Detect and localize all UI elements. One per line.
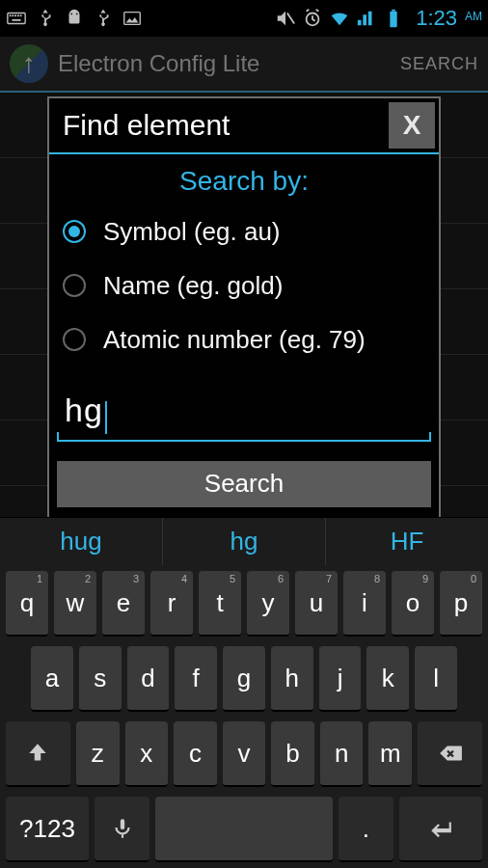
radio-label: Atomic number (eg. 79) bbox=[103, 325, 366, 355]
key-n[interactable]: n bbox=[320, 721, 364, 787]
key-k[interactable]: k bbox=[366, 646, 409, 712]
keyboard-icon bbox=[6, 8, 27, 29]
suggestion-bar: hug hg HF bbox=[0, 517, 488, 565]
key-t[interactable]: t5 bbox=[199, 571, 241, 637]
radio-label: Symbol (eg. au) bbox=[103, 217, 281, 247]
key-e[interactable]: e3 bbox=[102, 571, 145, 637]
signal-icon bbox=[356, 8, 377, 29]
text-cursor bbox=[105, 401, 107, 434]
svg-rect-12 bbox=[391, 12, 397, 28]
key-l[interactable]: l bbox=[415, 646, 457, 712]
radio-option-atomic-number[interactable]: Atomic number (eg. 79) bbox=[49, 312, 439, 366]
radio-icon bbox=[63, 274, 86, 297]
suggestion[interactable]: hg bbox=[163, 518, 326, 565]
key-w[interactable]: w2 bbox=[54, 571, 96, 637]
alarm-icon bbox=[302, 8, 323, 29]
mute-icon bbox=[275, 8, 296, 29]
backspace-key[interactable] bbox=[418, 721, 482, 787]
key-c[interactable]: c bbox=[174, 721, 217, 787]
wifi-icon bbox=[329, 8, 350, 29]
shift-key[interactable] bbox=[6, 721, 70, 787]
svg-point-7 bbox=[70, 14, 72, 15]
key-v[interactable]: v bbox=[223, 721, 266, 787]
mic-key[interactable] bbox=[95, 797, 149, 862]
search-input-value: hg bbox=[61, 392, 103, 428]
status-bar: 1:23 AM bbox=[0, 0, 488, 37]
suggestion[interactable]: hug bbox=[0, 518, 163, 565]
svg-rect-4 bbox=[17, 14, 19, 16]
key-d[interactable]: d bbox=[127, 646, 170, 712]
key-s[interactable]: s bbox=[79, 646, 122, 712]
image-icon bbox=[122, 8, 143, 29]
svg-rect-2 bbox=[12, 14, 14, 16]
radio-icon bbox=[63, 328, 86, 351]
key-j[interactable]: j bbox=[319, 646, 362, 712]
radio-option-name[interactable]: Name (eg. gold) bbox=[49, 258, 439, 312]
key-a[interactable]: a bbox=[31, 646, 73, 712]
svg-rect-0 bbox=[8, 14, 25, 24]
key-u[interactable]: u7 bbox=[295, 571, 338, 637]
search-by-label: Search by: bbox=[49, 154, 439, 204]
svg-line-10 bbox=[287, 14, 294, 24]
battery-icon bbox=[383, 8, 404, 29]
key-q[interactable]: q1 bbox=[6, 571, 48, 637]
key-g[interactable]: g bbox=[223, 646, 265, 712]
usb-icon-2 bbox=[93, 8, 114, 29]
svg-rect-1 bbox=[10, 14, 12, 16]
key-p[interactable]: p0 bbox=[440, 571, 482, 637]
enter-key[interactable] bbox=[399, 797, 482, 862]
key-o[interactable]: o9 bbox=[392, 571, 434, 637]
key-z[interactable]: z bbox=[76, 721, 120, 787]
usb-icon bbox=[35, 8, 56, 29]
key-f[interactable]: f bbox=[175, 646, 217, 712]
dialog-titlebar: Find element X bbox=[49, 98, 439, 154]
dialog-title: Find element bbox=[49, 109, 389, 142]
close-button[interactable]: X bbox=[389, 102, 435, 149]
svg-rect-3 bbox=[14, 14, 16, 16]
search-input[interactable]: hg bbox=[57, 388, 431, 442]
key-i[interactable]: i8 bbox=[343, 571, 386, 637]
search-button[interactable]: Search bbox=[57, 461, 431, 507]
symbols-key[interactable]: ?123 bbox=[6, 797, 89, 862]
key-r[interactable]: r4 bbox=[150, 571, 193, 637]
svg-point-8 bbox=[76, 14, 78, 15]
suggestion[interactable]: HF bbox=[326, 518, 488, 565]
space-key[interactable] bbox=[155, 797, 332, 862]
radio-label: Name (eg. gold) bbox=[103, 271, 283, 301]
status-clock: 1:23 bbox=[416, 6, 457, 31]
key-h[interactable]: h bbox=[271, 646, 313, 712]
key-m[interactable]: m bbox=[368, 721, 412, 787]
status-clock-ampm: AM bbox=[465, 10, 482, 23]
svg-rect-6 bbox=[12, 19, 20, 21]
svg-rect-14 bbox=[120, 819, 123, 829]
android-debug-icon bbox=[64, 8, 85, 29]
period-key[interactable]: . bbox=[339, 797, 393, 862]
close-icon: X bbox=[403, 110, 421, 141]
radio-icon bbox=[63, 220, 86, 243]
soft-keyboard: hug hg HF q1w2e3r4t5y6u7i8o9p0 asdfghjkl… bbox=[0, 517, 488, 868]
find-element-dialog: Find element X Search by: Symbol (eg. au… bbox=[47, 96, 441, 521]
key-x[interactable]: x bbox=[125, 721, 169, 787]
svg-rect-5 bbox=[20, 14, 22, 16]
key-y[interactable]: y6 bbox=[247, 571, 289, 637]
radio-option-symbol[interactable]: Symbol (eg. au) bbox=[49, 204, 439, 258]
svg-rect-13 bbox=[392, 10, 395, 12]
key-b[interactable]: b bbox=[271, 721, 314, 787]
